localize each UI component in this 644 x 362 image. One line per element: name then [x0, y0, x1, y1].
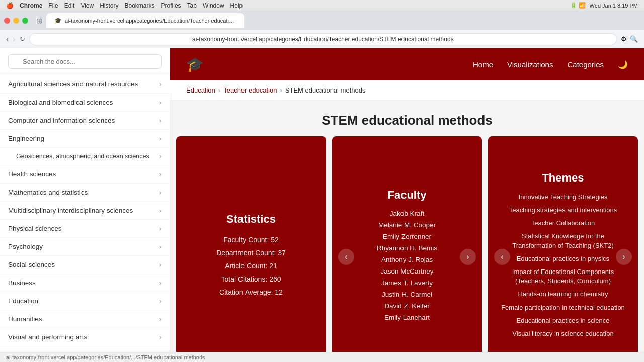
theme-item-7: Female participation in technical educat… — [500, 303, 626, 312]
sidebar-item-engineering[interactable]: Engineering › — [0, 130, 170, 148]
breadcrumb-teacher[interactable]: Teacher education — [223, 86, 277, 94]
faculty-name-6: James T. Laverty — [377, 279, 437, 287]
sidebar-item-education[interactable]: Education › — [0, 292, 170, 310]
menu-edit[interactable]: Edit — [64, 2, 75, 9]
clock: Wed Jan 1 8:19 PM — [590, 3, 638, 9]
sidebar-label: Psychology — [8, 243, 43, 250]
close-button[interactable] — [4, 18, 10, 24]
faculty-name-0: Jakob Kraft — [377, 210, 437, 217]
tab-title: ai-taxonomy-front.vercel.app/categories/… — [65, 18, 236, 24]
mac-menu-left[interactable]: 🍎 Chrome File Edit View History Bookmark… — [6, 2, 243, 9]
theme-toggle-icon[interactable]: 🌙 — [618, 60, 628, 69]
minimize-button[interactable] — [13, 18, 19, 24]
sidebar-item-visual[interactable]: Visual and performing arts › — [0, 328, 170, 346]
menu-help[interactable]: Help — [230, 2, 243, 9]
maximize-button[interactable] — [22, 18, 28, 24]
sidebar-item-business[interactable]: Business › — [0, 274, 170, 292]
chevron-icon: › — [159, 316, 162, 323]
system-icons: 🔋 📶 — [570, 2, 586, 9]
faculty-prev-button[interactable]: ‹ — [338, 249, 354, 265]
nav-home[interactable]: Home — [473, 60, 493, 69]
theme-item-5: Impact of Educational Components (Teache… — [500, 267, 626, 286]
sidebar-item-multidisciplinary[interactable]: Multidisciplinary interdisciplinary scie… — [0, 202, 170, 220]
chevron-icon: › — [159, 298, 162, 305]
apple-logo[interactable]: 🍎 — [6, 2, 14, 9]
faculty-title: Faculty — [377, 189, 437, 202]
menu-bookmarks[interactable]: Bookmarks — [125, 2, 155, 9]
statistics-card: Statistics Faculty Count: 52 Department … — [176, 136, 326, 362]
nav-visualizations[interactable]: Visualizations — [507, 60, 553, 69]
stat-faculty-count: Faculty Count: 52 — [216, 236, 286, 244]
faculty-next-button[interactable]: › — [460, 249, 476, 265]
menu-history[interactable]: History — [100, 2, 118, 9]
chevron-icon: › — [159, 243, 162, 250]
sidebar-label: Agricultural sciences and natural resour… — [8, 80, 138, 88]
site-logo[interactable]: 🎓 — [186, 56, 204, 73]
theme-item-9: Visual literacy in science education — [500, 329, 626, 338]
breadcrumb-sep-1: › — [218, 86, 220, 94]
forward-button[interactable]: › — [13, 35, 15, 44]
theme-item-3: Statistical Knowledge for the Transforma… — [500, 232, 626, 250]
faculty-name-4: Anthony J. Rojas — [377, 256, 437, 263]
sidebar-item-psychology[interactable]: Psychology › — [0, 238, 170, 256]
sidebar-label: Education — [8, 297, 38, 305]
sidebar-toggle-button[interactable]: ⊞ — [34, 16, 44, 26]
sidebar-item-social[interactable]: Social sciences › — [0, 256, 170, 274]
chevron-icon: › — [159, 135, 162, 142]
chevron-icon: › — [159, 153, 162, 160]
sidebar-item-mathematics[interactable]: Mathematics and statistics › — [0, 184, 170, 202]
sidebar-item-geosciences[interactable]: Geosciences, atmospheric, and ocean scie… — [0, 148, 170, 165]
search-wrapper: 🔍 — [8, 54, 162, 69]
menu-profiles[interactable]: Profiles — [161, 2, 181, 9]
menu-file[interactable]: File — [48, 2, 58, 9]
sidebar-label: Humanities — [8, 315, 42, 323]
menu-window[interactable]: Window — [203, 2, 224, 9]
sidebar-label: Computer and information sciences — [8, 117, 115, 124]
stat-department-count: Department Count: 37 — [216, 249, 286, 257]
sidebar-item-physical[interactable]: Physical sciences › — [0, 220, 170, 238]
chevron-icon: › — [159, 334, 162, 341]
back-button[interactable]: ‹ — [6, 35, 9, 44]
faculty-name-7: Justin H. Carmel — [377, 291, 437, 298]
breadcrumb-current: STEM educational methods — [285, 86, 366, 94]
faculty-name-3: Rhyannon H. Bemis — [377, 244, 437, 252]
stat-citation-average: Citation Average: 12 — [216, 288, 286, 296]
app-layout: 🔍 Agricultural sciences and natural reso… — [0, 48, 644, 362]
theme-item-1: Teaching strategies and interventions — [500, 206, 626, 215]
chevron-icon: › — [159, 99, 162, 106]
themes-title: Themes — [500, 171, 626, 185]
ext-icon-2[interactable]: 🔍 — [630, 35, 638, 43]
sidebar-label: Mathematics and statistics — [8, 189, 88, 196]
sidebar-label: Social sciences — [8, 261, 55, 268]
sidebar-item-humanities[interactable]: Humanities › — [0, 310, 170, 328]
faculty-name-5: Jason McCartney — [377, 267, 437, 275]
faculty-name-1: Melanie M. Cooper — [377, 221, 437, 229]
nav-categories[interactable]: Categories — [567, 60, 604, 69]
sidebar-item-health[interactable]: Health sciences › — [0, 165, 170, 184]
chevron-icon: › — [159, 261, 162, 268]
faculty-name-8: David Z. Keifer — [377, 302, 437, 310]
mac-menu-right: 🔋 📶 Wed Jan 1 8:19 PM — [570, 2, 638, 9]
breadcrumb-education[interactable]: Education — [186, 86, 215, 94]
chevron-icon: › — [159, 81, 162, 88]
traffic-lights[interactable] — [4, 18, 28, 24]
search-input[interactable] — [8, 54, 162, 69]
active-tab[interactable]: 🎓 ai-taxonomy-front.vercel.app/categorie… — [46, 13, 244, 28]
theme-item-6: Hands-on learning in chemistry — [500, 290, 626, 299]
ext-icon-1[interactable]: ⚙ — [621, 35, 627, 43]
menu-tab[interactable]: Tab — [187, 2, 197, 9]
themes-prev-button[interactable]: ‹ — [494, 249, 510, 265]
url-input[interactable] — [29, 33, 617, 45]
themes-card: ‹ Themes Innovative Teaching Strategies … — [488, 136, 638, 362]
sidebar-item-computer[interactable]: Computer and information sciences › — [0, 112, 170, 130]
themes-next-button[interactable]: › — [616, 249, 632, 265]
sidebar-label: Multidisciplinary interdisciplinary scie… — [8, 207, 133, 214]
sidebar-item-biological[interactable]: Biological and biomedical sciences › — [0, 94, 170, 112]
theme-item-4: Educational practices in physics — [500, 254, 626, 263]
menu-chrome[interactable]: Chrome — [20, 2, 42, 9]
menu-view[interactable]: View — [80, 2, 94, 9]
sidebar-item-agricultural[interactable]: Agricultural sciences and natural resour… — [0, 75, 170, 94]
statistics-title: Statistics — [216, 213, 286, 226]
stat-article-count: Article Count: 21 — [216, 262, 286, 270]
reload-button[interactable]: ↻ — [20, 35, 25, 43]
